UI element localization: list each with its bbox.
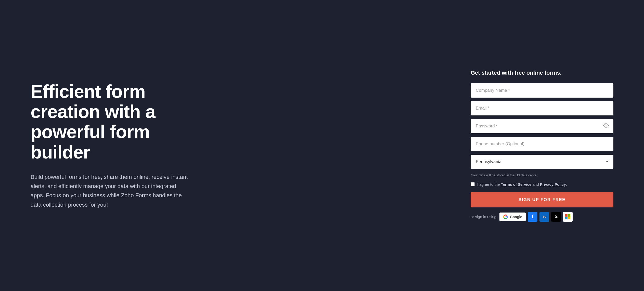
signup-button[interactable]: SIGN UP FOR FREE (471, 192, 613, 207)
phone-field (471, 137, 613, 151)
microsoft-icon (565, 214, 570, 219)
state-select-wrapper: Pennsylvania Alabama Alaska Arizona Arka… (471, 155, 613, 169)
facebook-signin-button[interactable]: f (528, 212, 537, 222)
terms-prefix: I agree to the (477, 182, 501, 187)
phone-input[interactable] (471, 137, 613, 151)
company-name-input[interactable] (471, 83, 613, 98)
terms-of-service-link[interactable]: Terms of Service (501, 182, 532, 187)
x-signin-button[interactable]: 𝕏 (551, 212, 561, 222)
state-select[interactable]: Pennsylvania Alabama Alaska Arizona Arka… (471, 155, 613, 169)
password-input[interactable] (471, 119, 613, 133)
email-field (471, 101, 613, 115)
page-container: Efficient form creation with a powerful … (0, 54, 644, 237)
terms-row: I agree to the Terms of Service and Priv… (471, 182, 613, 187)
form-title: Get started with free online forms. (471, 70, 613, 76)
terms-label: I agree to the Terms of Service and Priv… (477, 182, 567, 187)
facebook-icon: f (532, 214, 534, 220)
social-signin-text: or sign in using (471, 215, 496, 219)
terms-checkbox[interactable] (471, 182, 475, 186)
main-headline: Efficient form creation with a powerful … (31, 82, 209, 162)
signup-form: Pennsylvania Alabama Alaska Arizona Arka… (471, 83, 613, 207)
google-label: Google (510, 215, 522, 219)
terms-suffix: . (566, 182, 567, 187)
linkedin-signin-button[interactable]: in. (539, 212, 549, 222)
data-center-note: Your data will be stored in the US data … (471, 173, 613, 177)
google-signin-button[interactable]: Google (499, 213, 526, 221)
social-icons-group: Google f in. 𝕏 (499, 212, 573, 222)
email-input[interactable] (471, 101, 613, 115)
microsoft-signin-button[interactable] (563, 212, 573, 222)
x-icon: 𝕏 (555, 214, 558, 219)
main-description: Build powerful forms for free, share the… (31, 173, 189, 209)
linkedin-icon: in. (543, 215, 546, 219)
company-name-field (471, 83, 613, 98)
privacy-policy-link[interactable]: Privacy Policy (540, 182, 566, 187)
right-column: Get started with free online forms. (471, 70, 613, 222)
social-signin-row: or sign in using Google f (471, 212, 613, 222)
google-icon (503, 214, 508, 219)
terms-mid: and (531, 182, 540, 187)
password-toggle-icon[interactable] (603, 123, 609, 129)
password-field (471, 119, 613, 133)
left-column: Efficient form creation with a powerful … (31, 82, 209, 209)
